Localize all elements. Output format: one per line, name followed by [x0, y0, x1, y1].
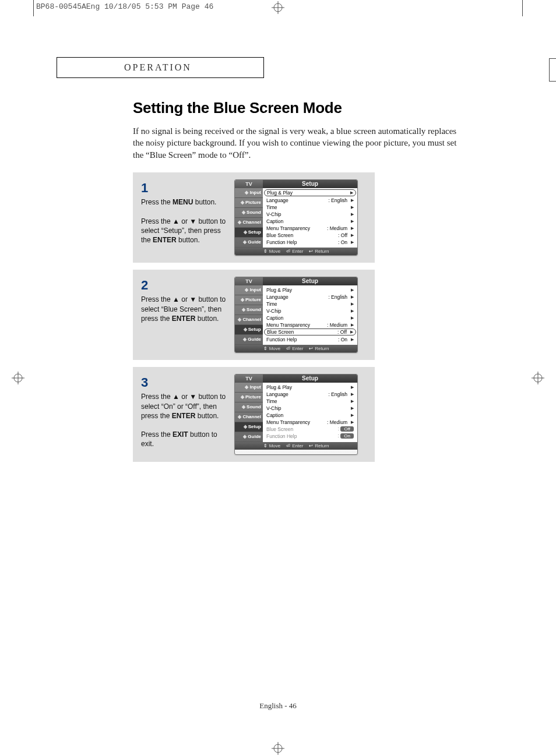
osd-row: Blue Screen: Off: [264, 426, 356, 433]
chevron-right-icon: ▶: [351, 406, 354, 411]
osd-footer: ⇕Move⏎Enter↩Return: [235, 345, 357, 352]
osd-hint-move: ⇕Move: [263, 249, 281, 254]
chevron-right-icon: ▶: [351, 316, 354, 320]
step-instruction: Press the ▲ or ▼ button to select “On” o…: [141, 392, 228, 448]
tab-icon: ◈: [243, 334, 247, 344]
chevron-right-icon: ▶: [351, 198, 354, 203]
osd-row: Time▶: [264, 301, 356, 308]
step-block: 3Press the ▲ or ▼ button to select “On” …: [133, 367, 375, 462]
osd-row: Function Help: On▶: [264, 239, 356, 246]
osd-footer: ⇕Move⏎Enter↩Return: [235, 442, 357, 450]
tab-icon: ◈: [244, 324, 247, 334]
osd-hint-return: ↩Return: [309, 443, 329, 448]
page-footer: English - 46: [0, 701, 556, 711]
osd-row: Blue Screen: Off▶: [264, 232, 356, 239]
osd-hint-enter: ⏎Enter: [286, 249, 303, 254]
osd-row: Function Help: On: [264, 433, 356, 440]
osd-tab-picture: ◈Picture: [235, 393, 263, 402]
osd-tab-picture: ◈Picture: [235, 198, 263, 208]
chevron-right-icon: ▶: [351, 337, 354, 342]
osd-row: Language: English▶: [264, 391, 356, 398]
osd-row: Language: English▶: [264, 197, 356, 204]
osd-tab-channel: ◈Channel: [235, 315, 263, 325]
chevron-right-icon: ▶: [350, 330, 353, 334]
osd-hint-return: ↩Return: [309, 249, 329, 254]
osd-row: Plug & Play▶: [264, 384, 356, 391]
osd-row: Menu Transparency: Medium▶: [264, 225, 356, 232]
osd-tab-channel: ◈Channel: [235, 412, 263, 422]
osd-tab-channel: ◈Channel: [235, 218, 263, 228]
chevron-right-icon: ▶: [351, 385, 354, 390]
osd-row: V-Chip▶: [264, 308, 356, 315]
tab-icon: ◈: [242, 207, 245, 217]
chevron-right-icon: ▶: [351, 309, 354, 313]
chevron-right-icon: ▶: [350, 190, 353, 195]
chevron-right-icon: ▶: [351, 392, 354, 397]
step-instruction: Press the ▲ or ▼ button to select “Blue …: [141, 295, 228, 323]
osd-row: Caption▶: [264, 218, 356, 225]
osd-row: Language: English▶: [264, 294, 356, 301]
chevron-right-icon: ▶: [351, 212, 354, 217]
registration-mark-icon: [12, 372, 24, 384]
osd-hint-enter: ⏎Enter: [286, 443, 303, 448]
osd-tab-guide: ◈Guide: [235, 335, 263, 345]
tab-icon: ◈: [241, 295, 244, 305]
osd-menu-title: Setup: [263, 375, 357, 383]
osd-row: Caption▶: [264, 412, 356, 419]
osd-screenshot: TVSetup◈Input◈Picture◈Sound◈Channel◈Setu…: [234, 277, 358, 353]
chevron-right-icon: ▶: [351, 288, 354, 292]
osd-row: Menu Transparency: Medium▶: [264, 322, 356, 328]
tab-icon: ◈: [245, 188, 248, 197]
tab-icon: ◈: [244, 422, 247, 432]
osd-tv-label: TV: [235, 277, 263, 285]
osd-tab-input: ◈Input: [235, 188, 263, 198]
tab-icon: ◈: [238, 315, 241, 324]
tab-icon: ◈: [245, 285, 248, 295]
osd-row: V-Chip▶: [264, 405, 356, 412]
chevron-right-icon: ▶: [351, 233, 354, 238]
osd-tab-sound: ◈Sound: [235, 305, 263, 315]
chevron-right-icon: ▶: [351, 219, 354, 224]
chevron-right-icon: ▶: [351, 205, 354, 210]
chevron-right-icon: ▶: [351, 413, 354, 418]
chevron-right-icon: ▶: [351, 295, 354, 299]
step-number: 2: [141, 277, 228, 294]
tab-icon: ◈: [243, 432, 247, 441]
osd-tab-guide: ◈Guide: [235, 238, 263, 248]
step-instruction: Press the MENU button.Press the ▲ or ▼ b…: [141, 197, 228, 245]
osd-sidebar: ◈Input◈Picture◈Sound◈Channel◈Setup◈Guide: [235, 285, 263, 345]
section-label: OPERATION: [57, 57, 264, 78]
osd-screenshot: TVSetup◈Input◈Picture◈Sound◈Channel◈Setu…: [234, 374, 358, 455]
tab-icon: ◈: [242, 305, 245, 315]
print-header: BP68-00545AEng 10/18/05 5:53 PM Page 46: [36, 2, 213, 11]
step-block: 1Press the MENU button.Press the ▲ or ▼ …: [133, 172, 375, 263]
tab-icon: ◈: [242, 402, 245, 412]
osd-hint-move: ⇕Move: [263, 346, 281, 351]
osd-footer: ⇕Move⏎Enter↩Return: [235, 248, 357, 255]
osd-main: Plug & Play▶Language: English▶Time▶V-Chi…: [263, 188, 357, 248]
osd-row: Function Help: On▶: [264, 336, 356, 343]
page-title: Setting the Blue Screen Mode: [133, 99, 506, 117]
tab-icon: ◈: [241, 197, 244, 207]
crop-mark: [33, 0, 34, 16]
osd-row: Time▶: [264, 398, 356, 405]
chevron-right-icon: ▶: [351, 323, 354, 327]
tab-icon: ◈: [241, 392, 244, 402]
osd-menu-title: Setup: [263, 180, 357, 188]
osd-hint-return: ↩Return: [309, 346, 329, 351]
osd-main: Plug & Play▶Language: English▶Time▶V-Chi…: [263, 383, 357, 442]
osd-main: Plug & Play▶Language: English▶Time▶V-Chi…: [263, 285, 357, 345]
chevron-right-icon: ▶: [351, 420, 354, 425]
osd-hint-enter: ⏎Enter: [286, 346, 303, 351]
intro-text: If no signal is being received or the si…: [133, 125, 459, 161]
osd-tab-picture: ◈Picture: [235, 295, 263, 305]
registration-mark-icon: [272, 742, 284, 755]
chevron-right-icon: ▶: [351, 226, 354, 231]
chevron-right-icon: ▶: [351, 240, 354, 245]
tab-icon: ◈: [238, 217, 241, 227]
tab-icon: ◈: [244, 227, 247, 237]
registration-mark-icon: [272, 1, 284, 14]
tab-icon: ◈: [238, 412, 241, 422]
osd-screenshot: TVSetup◈Input◈Picture◈Sound◈Channel◈Setu…: [234, 179, 358, 256]
page-notch: [549, 58, 556, 82]
